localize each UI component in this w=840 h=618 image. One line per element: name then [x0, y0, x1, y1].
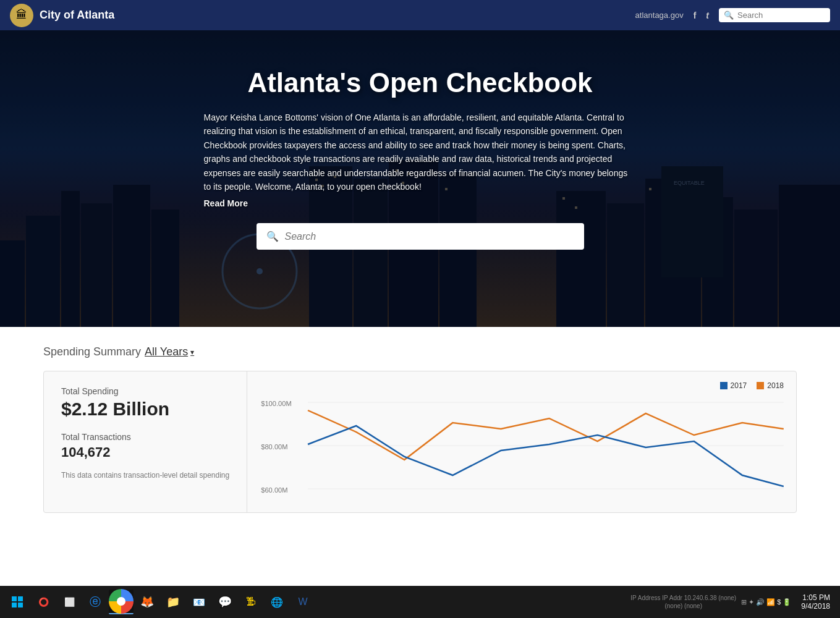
hero-section: EQUITABLE Atlanta's Open Checkbook Mayor… [0, 30, 840, 327]
ie-icon: ⓔ [90, 595, 101, 609]
year-filter-dropdown[interactable]: All Years ▾ [145, 345, 194, 358]
svg-rect-32 [757, 382, 764, 389]
skype-button[interactable]: 💬 [213, 590, 237, 614]
site-link[interactable]: atlantaga.gov [635, 11, 684, 20]
ie-button[interactable]: ⓔ [83, 590, 108, 614]
sys-tray-icon-4: 📶 [766, 598, 775, 606]
word-button[interactable]: W [291, 590, 315, 614]
facebook-link[interactable]: f [694, 11, 697, 20]
legend-2017-label: 2017 [731, 381, 747, 390]
sys-tray-icon-6: 🔋 [783, 598, 791, 606]
svg-rect-41 [12, 603, 17, 607]
total-spending-label: Total Spending [61, 386, 229, 396]
taskbar-clock: 1:05 PM 9/4/2018 [796, 593, 835, 611]
svg-text:$60.00M: $60.00M [261, 487, 287, 494]
clock-time: 1:05 PM [801, 593, 830, 602]
hero-search-input[interactable] [285, 231, 574, 242]
hero-content: Atlanta's Open Checkbook Mayor Keisha La… [0, 30, 840, 250]
network-button[interactable]: 🌐 [265, 590, 289, 614]
sys-tray-icon-2: ✦ [749, 598, 754, 606]
legend-2018: 2018 [757, 381, 784, 390]
nav-search-input[interactable] [737, 11, 824, 20]
dropdown-arrow-icon: ▾ [190, 348, 194, 357]
spending-chart-area: 2017 2018 $100.00M $80.00M $60.00M [247, 371, 796, 512]
legend-2018-label: 2018 [767, 381, 784, 390]
nav-left: 🏛 City of Atlanta [10, 4, 114, 27]
data-note: This data contains transaction-level det… [61, 470, 229, 481]
twitter-link[interactable]: t [706, 11, 709, 20]
city-seal-icon: 🏛 [10, 4, 33, 27]
sys-tray-icon-1: ⊞ [741, 598, 747, 606]
top-navigation: 🏛 City of Atlanta atlantaga.gov f t 🔍 [0, 0, 840, 30]
svg-text:$100.00M: $100.00M [261, 400, 292, 407]
outlook-button[interactable]: 📧 [187, 590, 211, 614]
chrome-button[interactable] [109, 590, 134, 614]
total-spending-value: $2.12 Billion [61, 399, 229, 420]
spending-card: Total Spending $2.12 Billion Total Trans… [43, 371, 797, 513]
total-transactions-label: Total Transactions [61, 432, 229, 442]
hero-description: Mayor Keisha Lance Bottoms' vision of On… [179, 111, 661, 193]
svg-rect-39 [12, 596, 17, 601]
city-title: City of Atlanta [40, 9, 114, 22]
cortana-button[interactable]: ⭕ [31, 590, 56, 614]
search-icon: 🔍 [724, 11, 734, 20]
main-content: Spending Summary All Years ▾ Total Spend… [0, 327, 840, 525]
hero-search-icon: 🔍 [266, 231, 279, 242]
spending-line-chart: $100.00M $80.00M $60.00M [260, 395, 784, 500]
taskbar-right: IP Address IP Addr 10.240.6.38 (none) (n… [626, 593, 840, 611]
taskbar-left: ⭕ ⬜ ⓔ 🦊 📁 📧 💬 [0, 590, 320, 614]
year-filter-label: All Years [145, 345, 188, 358]
svg-text:$80.00M: $80.00M [261, 444, 287, 451]
firefox-button[interactable]: 🦊 [135, 590, 159, 614]
ip-address-display: IP Address IP Addr 10.240.6.38 (none) (n… [630, 594, 736, 610]
hero-search-bar: 🔍 [257, 223, 584, 250]
svg-rect-31 [720, 382, 728, 389]
sys-tray-icon-5: $ [777, 598, 781, 606]
chrome-icon [109, 589, 134, 614]
svg-rect-42 [18, 603, 23, 607]
chart-legend: 2017 2018 [260, 381, 784, 390]
winzip-button[interactable]: 🗜 [239, 590, 263, 614]
windows-start-button[interactable] [5, 590, 30, 614]
spending-summary-label: Spending Summary [43, 345, 141, 358]
file-explorer-button[interactable]: 📁 [161, 590, 185, 614]
legend-2017: 2017 [720, 381, 747, 390]
task-view-button[interactable]: ⬜ [57, 590, 82, 614]
svg-rect-40 [18, 596, 23, 601]
hero-title: Atlanta's Open Checkbook [0, 67, 840, 98]
read-more-link[interactable]: Read More [179, 198, 661, 208]
clock-date: 9/4/2018 [801, 602, 830, 611]
spending-stats-panel: Total Spending $2.12 Billion Total Trans… [44, 371, 247, 512]
taskbar: ⭕ ⬜ ⓔ 🦊 📁 📧 💬 [0, 586, 840, 618]
nav-right: atlantaga.gov f t 🔍 [635, 8, 830, 22]
total-transactions-value: 104,672 [61, 444, 229, 460]
spending-summary-header: Spending Summary All Years ▾ [43, 345, 797, 358]
sys-tray-icon-3: 🔊 [756, 598, 765, 606]
nav-search-box: 🔍 [719, 8, 830, 22]
